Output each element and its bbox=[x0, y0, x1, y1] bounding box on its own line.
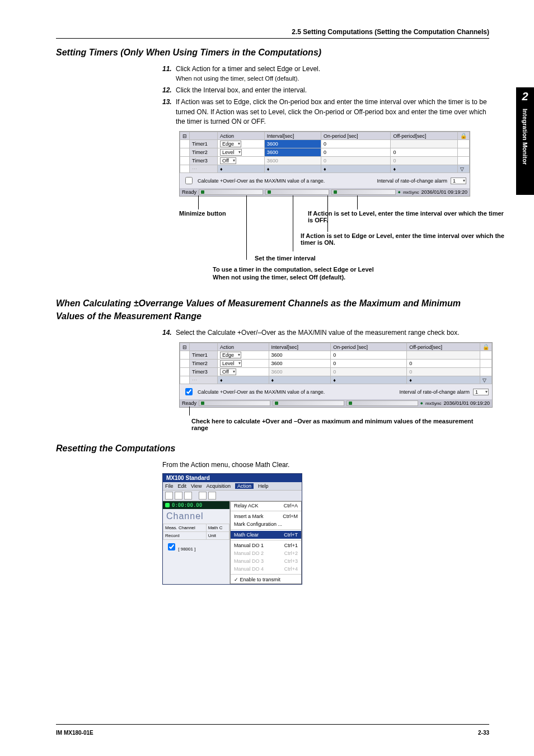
row-label: Timer3 bbox=[190, 157, 218, 165]
menu-edit[interactable]: Edit bbox=[178, 483, 187, 489]
offperiod-input[interactable]: 0 bbox=[407, 360, 480, 368]
rate-label: Interval of rate-of-change alarm bbox=[399, 389, 470, 395]
minimize-button[interactable]: ⊟ bbox=[180, 343, 190, 351]
step-text: If Action was set to Edge, click the On-… bbox=[176, 98, 487, 125]
lock-icon: 🔒 bbox=[458, 132, 470, 140]
copy-icon[interactable] bbox=[199, 492, 207, 500]
overrange-label: Calculate +Over/-Over as the MAX/MIN val… bbox=[198, 178, 325, 184]
col-onperiod: On-period [sec] bbox=[331, 343, 407, 351]
tab-unit[interactable]: Unit bbox=[206, 531, 229, 539]
col-interval: Interval[sec] bbox=[264, 132, 321, 140]
callout-check: Check here to calculate +Over and –Over … bbox=[191, 411, 489, 431]
heading-reset: Resetting the Computations bbox=[56, 442, 489, 455]
row-label: Timer2 bbox=[190, 148, 218, 157]
reset-text: From the Action menu, choose Math Clear. bbox=[162, 461, 489, 469]
interval-input[interactable]: 3600 bbox=[269, 360, 331, 368]
col-action: Action bbox=[218, 343, 269, 351]
col-interval: Interval[sec] bbox=[269, 343, 331, 351]
app-title: MX100 Standard bbox=[163, 474, 302, 482]
action-select[interactable]: Level bbox=[218, 148, 265, 157]
footer-right: 2-33 bbox=[478, 730, 489, 736]
step-subtext: When not using the timer, select Off (de… bbox=[176, 74, 489, 83]
callout-off: If Action is set to Level, enter the tim… bbox=[308, 210, 509, 223]
menu-action[interactable]: Action bbox=[235, 483, 254, 489]
tab-record[interactable]: Record bbox=[163, 531, 207, 539]
col-offperiod: Off-period[sec] bbox=[407, 343, 480, 351]
paste-icon[interactable] bbox=[208, 492, 216, 500]
footer-left: IM MX180-01E bbox=[56, 730, 93, 736]
timer-table: ⊟ Action Interval[sec] On-period [sec] O… bbox=[180, 132, 470, 173]
status-ready: Ready bbox=[182, 189, 196, 195]
step-text: Click the Interval box, and enter the in… bbox=[176, 86, 307, 94]
breadcrumb: 2.5 Setting Computations (Setting the Co… bbox=[56, 28, 489, 38]
action-select[interactable]: Off bbox=[218, 157, 265, 165]
interval-input[interactable]: 3600 bbox=[264, 148, 321, 157]
interval-input[interactable]: 3600 bbox=[264, 140, 321, 148]
onperiod-input[interactable]: 0 bbox=[331, 351, 407, 360]
offperiod-input[interactable]: 0 bbox=[391, 148, 458, 157]
action-select[interactable]: Edge bbox=[218, 140, 265, 148]
menubar[interactable]: File Edit View Acquisition Action Help bbox=[163, 482, 302, 490]
callout-on: If Action is set to Edge or Level, enter… bbox=[301, 232, 513, 246]
offperiod-input: 0 bbox=[391, 157, 458, 165]
step-text: Select the Calculate +Over/–Over as the … bbox=[176, 329, 460, 337]
interval-input[interactable]: 3600 bbox=[269, 351, 331, 360]
row-label: Timer1 bbox=[190, 140, 218, 148]
overrange-checkbox[interactable] bbox=[185, 177, 193, 184]
status-time: 2036/01/01 09:19:20 bbox=[443, 400, 490, 406]
channel-check[interactable] bbox=[168, 543, 175, 550]
action-dropdown[interactable]: Relay ACKCtrl+A Insert a MarkCtrl+M Mark… bbox=[230, 501, 302, 584]
status-segment bbox=[199, 189, 263, 195]
step-text: Click Action for a timer and select Edge… bbox=[176, 65, 320, 73]
menu-enable-transmit[interactable]: ✓ Enable to transmit bbox=[231, 576, 301, 584]
save-icon[interactable] bbox=[184, 492, 192, 500]
channel-heading: Channel bbox=[163, 509, 229, 524]
menu-file[interactable]: File bbox=[165, 483, 174, 489]
channel-id: [ 98001 ] bbox=[178, 547, 195, 552]
toolbar[interactable] bbox=[163, 490, 302, 501]
status-segment bbox=[331, 189, 396, 195]
callout-interval: Set the timer interval bbox=[255, 255, 423, 262]
interval-input: 3600 bbox=[264, 157, 321, 165]
step-number: 14. bbox=[162, 328, 176, 338]
onperiod-input[interactable]: 0 bbox=[321, 148, 391, 157]
rate-label: Interval of rate-of-change alarm bbox=[377, 178, 447, 184]
col-onperiod: On-period [sec] bbox=[321, 132, 391, 140]
onperiod-input[interactable]: 0 bbox=[331, 360, 407, 368]
minimize-button[interactable]: ⊟ bbox=[180, 132, 190, 140]
action-select[interactable]: Level bbox=[220, 360, 242, 367]
menu-math-clear[interactable]: Math ClearCtrl+T bbox=[231, 531, 301, 539]
tab-meas[interactable]: Meas. Channel bbox=[163, 524, 207, 531]
onperiod-input: 0 bbox=[321, 157, 391, 165]
timer-table-2: ⊟ Action Interval[sec] On-period [sec] O… bbox=[180, 343, 492, 384]
menu-help[interactable]: Help bbox=[258, 483, 269, 489]
overrange-label: Calculate +Over/-Over as the MAX/MIN val… bbox=[198, 389, 325, 395]
open-icon[interactable] bbox=[175, 492, 182, 500]
action-select[interactable]: Off bbox=[220, 368, 236, 375]
col-offperiod: Off-period[sec] bbox=[391, 132, 458, 140]
menu-view[interactable]: View bbox=[191, 483, 202, 489]
rate-select[interactable]: 1 bbox=[451, 178, 466, 184]
recorder-time: 0:00:00.00 bbox=[163, 501, 229, 509]
step-number: 12. bbox=[162, 86, 176, 95]
col-action: Action bbox=[218, 132, 265, 140]
status-segment bbox=[265, 189, 330, 195]
rate-select[interactable]: 1 bbox=[473, 389, 489, 395]
step-number: 13. bbox=[162, 97, 176, 127]
offperiod-input bbox=[391, 140, 458, 148]
chapter-label: Integration Monitor bbox=[516, 105, 534, 195]
new-icon[interactable] bbox=[165, 492, 173, 500]
heading-timers: Setting Timers (Only When Using Timers i… bbox=[56, 46, 489, 59]
callout-minimize: Minimize button bbox=[179, 210, 235, 217]
onperiod-input[interactable]: 0 bbox=[321, 140, 391, 148]
step-number: 11. bbox=[162, 64, 176, 83]
lock-icon: 🔒 bbox=[480, 343, 492, 351]
heading-overrange: When Calculating ±Overrange Values of Me… bbox=[56, 297, 489, 323]
tab-math[interactable]: Math C bbox=[206, 524, 229, 531]
menu-acquisition[interactable]: Acquisition bbox=[206, 483, 231, 489]
overrange-checkbox[interactable] bbox=[185, 388, 193, 395]
action-select[interactable]: Edge bbox=[220, 352, 241, 358]
side-tab: 2 Integration Monitor bbox=[516, 87, 534, 195]
chapter-number: 2 bbox=[516, 87, 534, 105]
callout-bottom1: To use a timer in the computation, selec… bbox=[213, 266, 493, 273]
